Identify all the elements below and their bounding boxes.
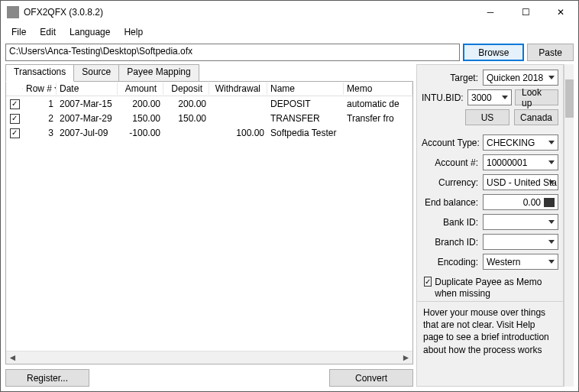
- bank-id-select[interactable]: [483, 214, 558, 230]
- cell-row: 1: [23, 98, 57, 110]
- window-title: OFX2QFX (3.0.8.2): [24, 7, 473, 18]
- account-number-select[interactable]: 10000001: [483, 154, 558, 170]
- tab-strip: Transactions Source Payee Mapping: [5, 64, 413, 81]
- currency-label: Currency:: [422, 177, 480, 188]
- content-area: C:\Users\Anca-Testing\Desktop\Softpedia.…: [1, 40, 578, 391]
- currency-select[interactable]: USD - United Sta: [483, 174, 558, 190]
- tab-payee-mapping[interactable]: Payee Mapping: [118, 64, 199, 81]
- col-checkbox[interactable]: [6, 88, 23, 89]
- account-type-select[interactable]: CHECKING: [483, 134, 558, 151]
- cell-memo: [344, 132, 412, 134]
- cell-row: 3: [23, 127, 57, 139]
- cell-name: Softpedia Tester: [267, 127, 344, 139]
- cell-withdrawal: 100.00: [209, 127, 267, 139]
- scroll-thumb[interactable]: [565, 79, 574, 118]
- us-button[interactable]: US: [465, 109, 509, 125]
- cell-amount: 200.00: [118, 98, 163, 110]
- duplicate-payee-checkbox[interactable]: ✓: [424, 277, 432, 287]
- end-balance-input[interactable]: 0.00: [483, 194, 558, 210]
- paste-button[interactable]: Paste: [527, 44, 574, 61]
- menu-language[interactable]: Language: [63, 25, 116, 39]
- horizontal-scrollbar[interactable]: ◄ ►: [6, 351, 412, 364]
- bank-id-label: Bank ID:: [422, 217, 480, 228]
- main-row: Transactions Source Payee Mapping Row # …: [5, 64, 574, 387]
- table-row[interactable]: ✓ 2 2007-Mar-29 150.00 150.00 TRANSFER T…: [6, 111, 412, 125]
- left-panel: Transactions Source Payee Mapping Row # …: [5, 64, 413, 387]
- bottom-buttons: Register... Convert: [5, 369, 413, 387]
- row-checkbox[interactable]: ✓: [10, 128, 20, 138]
- target-label: Target:: [422, 73, 480, 83]
- convert-button[interactable]: Convert: [329, 369, 413, 387]
- table-empty-area: [6, 140, 412, 351]
- encoding-select[interactable]: Western: [483, 254, 558, 270]
- file-path-input[interactable]: C:\Users\Anca-Testing\Desktop\Softpedia.…: [5, 44, 460, 61]
- account-number-label: Account #:: [422, 157, 480, 168]
- menu-help[interactable]: Help: [118, 25, 149, 39]
- col-row-number[interactable]: Row #: [23, 83, 57, 95]
- cell-memo: automatic de: [344, 98, 412, 110]
- register-button[interactable]: Register...: [5, 369, 89, 387]
- menubar: File Edit Language Help: [1, 24, 578, 40]
- tab-source[interactable]: Source: [73, 64, 119, 81]
- cell-withdrawal: [209, 118, 267, 119]
- scroll-right-icon[interactable]: ►: [399, 352, 412, 364]
- hint-text: Hover your mouse over things that are no…: [417, 301, 563, 386]
- cell-deposit: 200.00: [163, 98, 209, 110]
- cell-name: TRANSFER: [267, 112, 344, 125]
- account-type-label: Account Type:: [422, 138, 480, 148]
- menu-edit[interactable]: Edit: [34, 25, 62, 39]
- target-select[interactable]: Quicken 2018: [483, 70, 558, 86]
- cell-amount: -100.00: [118, 127, 163, 139]
- vertical-scrollbar[interactable]: [564, 64, 574, 387]
- intubid-select[interactable]: 3000: [467, 89, 512, 105]
- app-icon: [7, 6, 19, 18]
- settings-panel: Target: Quicken 2018 INTU.BID: 3000 Look…: [416, 64, 564, 387]
- branch-id-label: Branch ID:: [422, 237, 480, 248]
- cell-deposit: 150.00: [163, 112, 209, 125]
- col-date[interactable]: Date: [57, 83, 118, 95]
- cell-date: 2007-Jul-09: [57, 127, 118, 139]
- browse-button[interactable]: Browse: [463, 44, 524, 61]
- table-row[interactable]: ✓ 1 2007-Mar-15 200.00 200.00 DEPOSIT au…: [6, 96, 412, 111]
- branch-id-select[interactable]: [483, 234, 558, 250]
- close-button[interactable]: ✕: [543, 1, 578, 24]
- cell-deposit: [163, 132, 209, 134]
- tab-transactions[interactable]: Transactions: [5, 64, 74, 82]
- encoding-label: Encoding:: [422, 257, 480, 267]
- col-withdrawal[interactable]: Withdrawal: [209, 83, 267, 95]
- duplicate-payee-label: Duplicate Payee as Memo when missing: [435, 277, 558, 300]
- path-row: C:\Users\Anca-Testing\Desktop\Softpedia.…: [5, 44, 574, 61]
- cell-memo: Transfer fro: [344, 112, 412, 125]
- cell-name: DEPOSIT: [267, 98, 344, 110]
- table-row[interactable]: ✓ 3 2007-Jul-09 -100.00 100.00 Softpedia…: [6, 125, 412, 140]
- cell-withdrawal: [209, 103, 267, 105]
- cell-date: 2007-Mar-15: [57, 98, 118, 110]
- cell-amount: 150.00: [118, 112, 163, 125]
- transactions-table: Row # Date Amount Deposit Withdrawal Nam…: [5, 81, 413, 364]
- end-balance-label: End balance:: [422, 197, 480, 208]
- col-deposit[interactable]: Deposit: [163, 83, 209, 95]
- window-controls: ─ ☐ ✕: [473, 1, 578, 24]
- menu-file[interactable]: File: [5, 25, 32, 39]
- col-name[interactable]: Name: [267, 83, 344, 95]
- intubid-label: INTU.BID:: [422, 92, 464, 103]
- lookup-button[interactable]: Look up: [515, 89, 558, 105]
- col-amount[interactable]: Amount: [118, 83, 163, 95]
- canada-button[interactable]: Canada: [514, 109, 558, 125]
- app-window: OFX2QFX (3.0.8.2) ─ ☐ ✕ File Edit Langua…: [0, 0, 579, 392]
- row-checkbox[interactable]: ✓: [10, 114, 20, 124]
- maximize-button[interactable]: ☐: [508, 1, 543, 24]
- col-memo[interactable]: Memo: [344, 83, 412, 95]
- calendar-icon[interactable]: [544, 198, 555, 207]
- table-header: Row # Date Amount Deposit Withdrawal Nam…: [6, 82, 412, 96]
- scroll-left-icon[interactable]: ◄: [6, 352, 19, 364]
- cell-date: 2007-Mar-29: [57, 112, 118, 125]
- minimize-button[interactable]: ─: [473, 1, 508, 24]
- row-checkbox[interactable]: ✓: [10, 99, 20, 109]
- titlebar: OFX2QFX (3.0.8.2) ─ ☐ ✕: [1, 1, 578, 24]
- cell-row: 2: [23, 112, 57, 125]
